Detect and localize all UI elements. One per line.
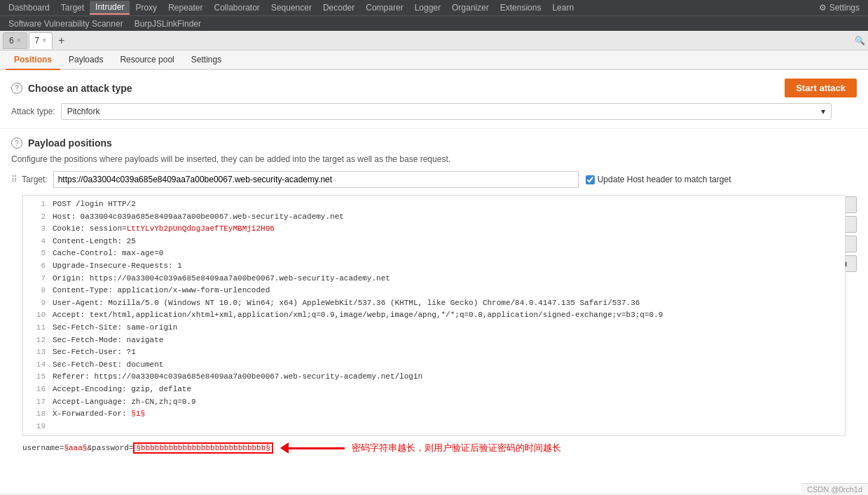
top-nav: Dashboard Target Intruder Proxy Repeater… (0, 0, 868, 15)
code-line-9: 9User-Agent: Mozilla/5.0 (Windows NT 10.… (29, 297, 839, 310)
update-host-checkbox[interactable] (586, 175, 595, 184)
target-label: Target: (22, 175, 48, 184)
annotation-arrow (280, 442, 345, 454)
nav-learn[interactable]: Learn (546, 1, 579, 14)
footer: CSDN @0rch1d (801, 483, 868, 495)
nav-dashboard[interactable]: Dashboard (3, 1, 55, 14)
chevron-down-icon: ▾ (821, 107, 825, 116)
code-line-7: 7Origin: https://0a33004c039a685e8409aa7… (29, 273, 839, 285)
target-drag-icon[interactable]: ⠿ (11, 175, 18, 184)
nav-sequencer[interactable]: Sequencer (266, 1, 317, 14)
code-line-12: 12Sec-Fetch-Mode: navigate (29, 334, 839, 347)
code-line-8: 8Content-Type: application/x-www-form-ur… (29, 285, 839, 297)
tab-7-close[interactable]: × (42, 36, 46, 44)
code-line-16: 16Accept-Encoding: gzip, deflate (29, 384, 839, 396)
tab-6-close[interactable]: × (17, 36, 21, 44)
code-line-15: 15Referer: https://0a33004c039a685e8409a… (29, 371, 839, 384)
tab-search[interactable]: 🔍 (855, 36, 865, 46)
subnav-linkfinder[interactable]: BurpJSLinkFinder (129, 18, 207, 30)
tab-positions[interactable]: Positions (6, 50, 60, 70)
nav-decoder[interactable]: Decoder (317, 1, 360, 14)
update-host-label[interactable]: Update Host header to match target (586, 175, 731, 184)
code-line-3: 3Cookie: session=LttYLvYb2pUnQdogJaefTEy… (29, 223, 839, 236)
code-line-2: 2Host: 0a33004c039a685e8409aa7a00be0067.… (29, 211, 839, 224)
target-row: ⠿ Target: Update Host header to match ta… (11, 171, 857, 188)
code-line-5: 5Cache-Control: max-age=0 (29, 248, 839, 260)
code-line-18: 18X-Forwarded-For: §1§ (29, 408, 839, 421)
attack-type-title: Choose an attack type (28, 83, 132, 94)
payload-box: §bbbbbbbbbbbbbbbbbbbbbbbbbbb§ (133, 442, 273, 454)
positions-description: Configure the positions where payloads w… (11, 154, 857, 164)
nav-collaborator[interactable]: Collaborator (209, 1, 266, 14)
tab-bar: 6 × 7 × + 🔍 (0, 31, 868, 50)
positions-help-icon[interactable]: ? (11, 137, 22, 149)
attack-type-label: Attack type: (11, 107, 55, 116)
code-line-6: 6Upgrade-Insecure-Requests: 1 (29, 260, 839, 273)
tab-add[interactable]: + (54, 34, 69, 47)
code-line-10: 10Accept: text/html,application/xhtml+xm… (29, 309, 839, 322)
nav-target[interactable]: Target (55, 1, 90, 14)
annotation-row: username= §aaa§ &password= §bbbbbbbbbbbb… (22, 439, 846, 457)
nav-organizer[interactable]: Organizer (446, 1, 495, 14)
code-line-4: 4Content-Length: 25 (29, 236, 839, 248)
target-input[interactable] (53, 171, 579, 188)
annotation-text: 密码字符串越长，则用户验证后验证密码的时间越长 (352, 442, 561, 454)
nav-intruder[interactable]: Intruder (90, 1, 130, 15)
attack-type-help-icon[interactable]: ? (11, 83, 22, 94)
sub-nav: Software Vulnerability Scanner BurpJSLin… (0, 15, 868, 31)
nav-proxy[interactable]: Proxy (130, 1, 163, 14)
code-area[interactable]: 1POST /login HTTP/22Host: 0a33004c039a68… (22, 195, 846, 436)
nav-settings[interactable]: ⚙ Settings (813, 1, 865, 14)
nav-repeater[interactable]: Repeater (163, 1, 208, 14)
tab-6[interactable]: 6 × (3, 32, 27, 49)
tab-settings[interactable]: Settings (183, 50, 230, 70)
tab-7[interactable]: 7 × (29, 32, 53, 49)
inner-tabs: Positions Payloads Resource pool Setting… (0, 50, 868, 70)
nav-logger[interactable]: Logger (409, 1, 446, 14)
nav-comparer[interactable]: Comparer (360, 1, 408, 14)
attack-type-section: ? Choose an attack type Start attack Att… (0, 70, 868, 129)
content-area: ? Choose an attack type Start attack Att… (0, 70, 868, 494)
code-line-1: 1POST /login HTTP/2 (29, 198, 839, 211)
code-line-11: 11Sec-Fetch-Site: same-origin (29, 322, 839, 334)
start-attack-button[interactable]: Start attack (785, 79, 857, 97)
code-line-14: 14Sec-Fetch-Dest: document (29, 359, 839, 372)
attack-type-select[interactable]: Pitchfork ▾ (61, 103, 832, 120)
subnav-vuln-scanner[interactable]: Software Vulnerability Scanner (3, 18, 129, 30)
nav-extensions[interactable]: Extensions (495, 1, 547, 14)
positions-title: Payload positions (28, 137, 112, 149)
positions-section: ? Payload positions Configure the positi… (0, 129, 868, 466)
tab-payloads[interactable]: Payloads (60, 50, 111, 70)
code-line-17: 17Accept-Language: zh-CN,zh;q=0.9 (29, 396, 839, 409)
code-line-13: 13Sec-Fetch-User: ?1 (29, 346, 839, 359)
tab-resource-pool[interactable]: Resource pool (111, 50, 182, 70)
code-line-19: 19 (29, 421, 839, 433)
